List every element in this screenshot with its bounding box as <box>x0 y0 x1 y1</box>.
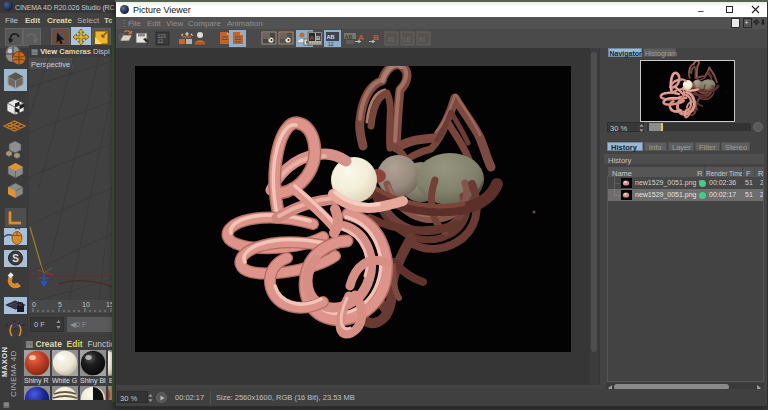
svg-text:B: B <box>316 35 321 41</box>
svg-text:Shiny R: Shiny R <box>24 377 49 385</box>
svg-text:Shiny Bl: Shiny Bl <box>80 377 106 385</box>
svg-text:12: 12 <box>328 41 334 47</box>
svg-text:KI: KI <box>419 36 425 43</box>
svg-text:AB: AB <box>345 34 353 40</box>
svg-text:LE: LE <box>403 36 412 43</box>
svg-text:?: ? <box>145 40 149 47</box>
svg-text:AB: AB <box>327 34 335 40</box>
svg-text:A: A <box>310 35 315 41</box>
svg-text:S: S <box>12 253 19 264</box>
svg-text:White G: White G <box>52 377 77 384</box>
svg-text:B: B <box>373 33 379 42</box>
svg-text:45: 45 <box>387 36 395 43</box>
svg-text:123: 123 <box>158 34 166 39</box>
svg-text:12: 12 <box>158 39 164 44</box>
